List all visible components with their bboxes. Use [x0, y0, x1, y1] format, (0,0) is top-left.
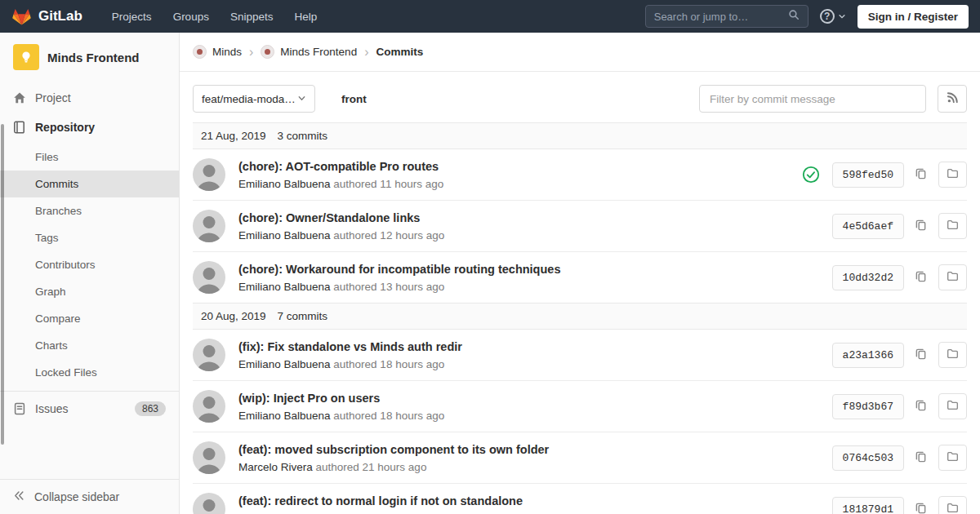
commit-title-link[interactable]: (fix): Fix standalone vs Minds auth redi… — [238, 340, 462, 353]
commit-author-link[interactable]: Emiliano Balbuena — [238, 229, 331, 241]
sidebar-item-label: Issues — [35, 402, 68, 415]
folder-icon — [947, 502, 959, 514]
commit-list: 21 Aug, 20193 commits(chore): AOT-compat… — [193, 122, 967, 514]
navbar: GitLab ProjectsGroupsSnippetsHelp Search… — [0, 0, 980, 33]
breadcrumb-avatar-dot — [197, 49, 203, 55]
sidebar-item-label: Project — [35, 91, 71, 104]
commit-info: (feat): moved subscription component to … — [238, 442, 819, 473]
layout: Minds Frontend Project Repository FilesC… — [0, 33, 980, 514]
commit-author-link[interactable]: Emiliano Balbuena — [238, 178, 331, 190]
author-avatar — [193, 339, 225, 371]
commit-actions: 0764c503 — [832, 445, 967, 471]
commit-title-link[interactable]: (feat): moved subscription component to … — [238, 443, 549, 456]
navbar-search-input[interactable]: Search or jump to… — [645, 5, 808, 28]
sidebar-item-commits[interactable]: Commits — [0, 171, 179, 197]
sidebar-item-issues[interactable]: Issues 863 — [0, 391, 179, 426]
sign-in-register-button[interactable]: Sign in / Register — [858, 5, 969, 29]
sidebar-item-files[interactable]: Files — [0, 144, 179, 171]
commit-group: (chore): AOT-compatible Pro routesEmilia… — [193, 149, 967, 303]
commit-author-link[interactable]: Marcelo Rivera — [238, 461, 313, 473]
commit-meta: Emiliano Balbuena authored 13 hours ago — [238, 281, 819, 293]
commit-info: (chore): Workaround for incompatible rou… — [238, 262, 819, 293]
commit-author-link[interactable]: Emiliano Balbuena — [238, 410, 331, 422]
commit-actions: a23a1366 — [832, 342, 967, 368]
collapse-sidebar-button[interactable]: Collapse sidebar — [0, 479, 179, 514]
sidebar-item-branches[interactable]: Branches — [0, 197, 179, 224]
copy-icon — [915, 167, 927, 182]
sidebar-item-compare[interactable]: Compare — [0, 305, 179, 332]
commits-page: feat/media-modal… front 21 Aug, 20193 co… — [180, 72, 980, 514]
sidebar: Minds Frontend Project Repository FilesC… — [0, 33, 180, 514]
gitlab-home-link[interactable]: GitLab — [11, 7, 82, 26]
issues-count-badge: 863 — [135, 401, 166, 416]
copy-sha-button[interactable] — [913, 217, 929, 235]
ref-path-label: front — [341, 93, 367, 105]
commit-title-link[interactable]: (chore): AOT-compatible Pro routes — [238, 160, 439, 173]
commit-row: (chore): AOT-compatible Pro routesEmilia… — [193, 149, 967, 201]
breadcrumb-avatar-dot — [265, 49, 270, 55]
navbar-menu: ProjectsGroupsSnippetsHelp — [104, 7, 325, 27]
copy-sha-button[interactable] — [913, 166, 929, 184]
browse-files-button[interactable] — [938, 445, 967, 471]
help-menu[interactable]: ? — [820, 9, 846, 24]
sidebar-item-locked-files[interactable]: Locked Files — [0, 359, 179, 386]
navbar-item-snippets[interactable]: Snippets — [222, 7, 282, 27]
commit-title-link[interactable]: (feat): redirect to normal login if not … — [238, 494, 523, 507]
sidebar-item-graph[interactable]: Graph — [0, 278, 179, 305]
commit-date-header: 20 Aug, 20197 commits — [193, 303, 967, 330]
sidebar-scrollbar[interactable] — [1, 124, 4, 445]
copy-sha-button[interactable] — [913, 397, 929, 415]
commit-title-link[interactable]: (wip): Inject Pro on users — [238, 392, 380, 405]
navbar-item-groups[interactable]: Groups — [165, 7, 217, 27]
copy-icon — [915, 450, 927, 465]
commit-title-link[interactable]: (chore): Workaround for incompatible rou… — [238, 263, 560, 276]
issues-icon — [13, 402, 26, 415]
commit-sha-button[interactable]: 4e5d6aef — [832, 214, 904, 239]
commit-meta-text: authored 13 hours ago — [331, 281, 445, 293]
commit-sha-button[interactable]: 0764c503 — [832, 445, 904, 471]
sidebar-item-charts[interactable]: Charts — [0, 332, 179, 359]
browse-files-button[interactable] — [938, 162, 967, 188]
copy-sha-button[interactable] — [913, 346, 929, 364]
commit-info: (chore): Owner/Standalone linksEmiliano … — [238, 210, 819, 241]
sidebar-project-header[interactable]: Minds Frontend — [0, 33, 179, 83]
commit-sha-button[interactable]: a23a1366 — [832, 343, 904, 368]
sidebar-item-tags[interactable]: Tags — [0, 224, 179, 251]
browse-files-button[interactable] — [938, 342, 967, 368]
breadcrumb-label: Commits — [376, 46, 423, 58]
commits-feed-button[interactable] — [938, 85, 967, 113]
browse-files-button[interactable] — [938, 496, 967, 514]
folder-icon — [947, 219, 959, 233]
browse-files-button[interactable] — [938, 213, 967, 239]
commit-title-link[interactable]: (chore): Owner/Standalone links — [238, 211, 420, 224]
copy-sha-button[interactable] — [913, 449, 929, 467]
sidebar-item-contributors[interactable]: Contributors — [0, 251, 179, 278]
commit-count: 3 commits — [278, 130, 328, 142]
sidebar-item-repository[interactable]: Repository — [0, 113, 179, 142]
commit-sha-button[interactable]: f89d3b67 — [832, 394, 904, 419]
commit-sha-button[interactable]: 181879d1 — [832, 497, 904, 514]
commit-date: 20 Aug, 2019 — [201, 310, 266, 322]
browse-files-button[interactable] — [938, 264, 967, 290]
copy-icon — [915, 348, 927, 362]
author-avatar — [193, 261, 225, 294]
sidebar-item-project[interactable]: Project — [0, 83, 179, 113]
navbar-item-help[interactable]: Help — [286, 7, 325, 27]
folder-icon — [947, 399, 959, 414]
commit-author-link[interactable]: Emiliano Balbuena — [238, 281, 331, 293]
commit-meta-text: authored 18 hours ago — [331, 358, 445, 370]
copy-sha-button[interactable] — [913, 500, 929, 514]
branch-selector-dropdown[interactable]: feat/media-modal… — [193, 85, 315, 113]
browse-files-button[interactable] — [938, 393, 967, 419]
commit-info: (fix): Fix standalone vs Minds auth redi… — [238, 339, 819, 370]
commit-filter-input[interactable] — [699, 85, 926, 113]
pipeline-passed-icon[interactable] — [802, 166, 820, 184]
copy-sha-button[interactable] — [913, 268, 929, 286]
breadcrumb-item-minds[interactable]: Minds — [193, 45, 242, 59]
commit-sha-button[interactable]: 598fed50 — [832, 162, 904, 188]
breadcrumb-item-minds-frontend[interactable]: Minds Frontend — [261, 45, 357, 59]
commit-sha-button[interactable]: 10dd32d2 — [832, 265, 904, 290]
commit-meta: Emiliano Balbuena authored 12 hours ago — [238, 229, 819, 241]
navbar-item-projects[interactable]: Projects — [104, 7, 160, 27]
commit-author-link[interactable]: Emiliano Balbuena — [238, 358, 331, 370]
